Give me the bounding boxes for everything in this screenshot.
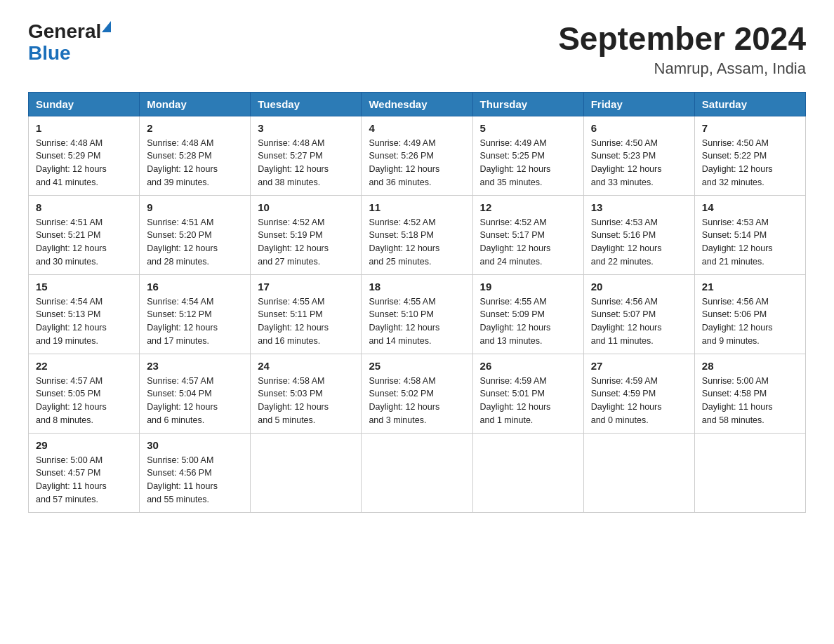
day-number: 18 — [369, 281, 465, 293]
sunrise-text: Sunrise: 4:53 AM — [591, 216, 687, 229]
daylight-text-2: and 8 minutes. — [36, 414, 132, 427]
calendar-cell: 9Sunrise: 4:51 AMSunset: 5:20 PMDaylight… — [140, 195, 251, 274]
daylight-text-1: Daylight: 12 hours — [36, 242, 132, 255]
daylight-text-1: Daylight: 12 hours — [147, 242, 243, 255]
day-number: 23 — [147, 360, 243, 372]
daylight-text-1: Daylight: 12 hours — [258, 242, 354, 255]
daylight-text-1: Daylight: 12 hours — [591, 163, 687, 176]
calendar-cell: 8Sunrise: 4:51 AMSunset: 5:21 PMDaylight… — [29, 195, 140, 274]
day-number: 2 — [147, 122, 243, 134]
day-info: Sunrise: 4:53 AMSunset: 5:16 PMDaylight:… — [591, 216, 687, 269]
sunrise-text: Sunrise: 5:00 AM — [147, 454, 243, 467]
daylight-text-1: Daylight: 12 hours — [369, 401, 465, 414]
sunrise-text: Sunrise: 4:54 AM — [36, 295, 132, 309]
day-info: Sunrise: 4:48 AMSunset: 5:29 PMDaylight:… — [36, 137, 132, 189]
day-number: 25 — [369, 360, 465, 372]
calendar-cell: 19Sunrise: 4:55 AMSunset: 5:09 PMDayligh… — [472, 274, 583, 354]
sunrise-text: Sunrise: 4:58 AM — [369, 375, 465, 388]
calendar-cell: 30Sunrise: 5:00 AMSunset: 4:56 PMDayligh… — [140, 433, 251, 512]
col-header-friday: Friday — [583, 92, 694, 116]
calendar-cell: 14Sunrise: 4:53 AMSunset: 5:14 PMDayligh… — [694, 195, 805, 274]
daylight-text-1: Daylight: 12 hours — [480, 242, 576, 255]
sunrise-text: Sunrise: 4:56 AM — [591, 295, 687, 309]
day-number: 5 — [480, 122, 576, 134]
day-info: Sunrise: 4:51 AMSunset: 5:20 PMDaylight:… — [147, 216, 243, 269]
calendar-week-row: 22Sunrise: 4:57 AMSunset: 5:05 PMDayligh… — [29, 354, 806, 433]
day-number: 12 — [480, 201, 576, 213]
sunset-text: Sunset: 5:04 PM — [147, 387, 243, 401]
daylight-text-2: and 17 minutes. — [147, 335, 243, 348]
daylight-text-2: and 58 minutes. — [702, 414, 798, 427]
daylight-text-2: and 57 minutes. — [36, 493, 132, 507]
daylight-text-1: Daylight: 12 hours — [702, 163, 798, 176]
daylight-text-1: Daylight: 12 hours — [591, 401, 687, 414]
calendar-cell: 12Sunrise: 4:52 AMSunset: 5:17 PMDayligh… — [472, 195, 583, 274]
sunrise-text: Sunrise: 4:51 AM — [36, 216, 132, 229]
daylight-text-2: and 16 minutes. — [258, 335, 354, 348]
day-number: 16 — [147, 281, 243, 293]
daylight-text-1: Daylight: 12 hours — [702, 242, 798, 255]
day-info: Sunrise: 4:57 AMSunset: 5:04 PMDaylight:… — [147, 375, 243, 427]
day-number: 29 — [36, 439, 132, 451]
calendar-week-row: 29Sunrise: 5:00 AMSunset: 4:57 PMDayligh… — [29, 433, 806, 512]
col-header-thursday: Thursday — [472, 92, 583, 116]
daylight-text-2: and 21 minutes. — [702, 255, 798, 269]
day-number: 24 — [258, 360, 354, 372]
calendar-cell — [583, 433, 694, 512]
sunset-text: Sunset: 5:10 PM — [369, 308, 465, 321]
day-info: Sunrise: 5:00 AMSunset: 4:56 PMDaylight:… — [147, 454, 243, 507]
daylight-text-2: and 14 minutes. — [369, 335, 465, 348]
sunset-text: Sunset: 5:05 PM — [36, 387, 132, 401]
daylight-text-2: and 19 minutes. — [36, 335, 132, 348]
daylight-text-1: Daylight: 11 hours — [147, 480, 243, 493]
daylight-text-1: Daylight: 12 hours — [36, 163, 132, 176]
daylight-text-1: Daylight: 12 hours — [369, 163, 465, 176]
calendar-cell: 1Sunrise: 4:48 AMSunset: 5:29 PMDaylight… — [29, 116, 140, 195]
day-info: Sunrise: 5:00 AMSunset: 4:58 PMDaylight:… — [702, 375, 798, 427]
calendar-cell: 5Sunrise: 4:49 AMSunset: 5:25 PMDaylight… — [472, 116, 583, 195]
calendar-cell: 13Sunrise: 4:53 AMSunset: 5:16 PMDayligh… — [583, 195, 694, 274]
sunset-text: Sunset: 5:09 PM — [480, 308, 576, 321]
sunrise-text: Sunrise: 4:52 AM — [369, 216, 465, 229]
calendar-cell: 20Sunrise: 4:56 AMSunset: 5:07 PMDayligh… — [583, 274, 694, 354]
sunset-text: Sunset: 5:26 PM — [369, 149, 465, 163]
daylight-text-1: Daylight: 12 hours — [702, 321, 798, 335]
calendar-cell: 10Sunrise: 4:52 AMSunset: 5:19 PMDayligh… — [251, 195, 362, 274]
calendar-cell — [362, 433, 472, 512]
day-info: Sunrise: 4:53 AMSunset: 5:14 PMDaylight:… — [702, 216, 798, 269]
col-header-sunday: Sunday — [29, 92, 140, 116]
calendar-week-row: 1Sunrise: 4:48 AMSunset: 5:29 PMDaylight… — [29, 116, 806, 195]
daylight-text-1: Daylight: 12 hours — [480, 401, 576, 414]
sunset-text: Sunset: 5:11 PM — [258, 308, 354, 321]
calendar-cell: 21Sunrise: 4:56 AMSunset: 5:06 PMDayligh… — [694, 274, 805, 354]
daylight-text-2: and 30 minutes. — [36, 255, 132, 269]
day-info: Sunrise: 4:56 AMSunset: 5:06 PMDaylight:… — [702, 295, 798, 348]
sunset-text: Sunset: 5:20 PM — [147, 229, 243, 242]
daylight-text-2: and 55 minutes. — [147, 493, 243, 507]
daylight-text-1: Daylight: 12 hours — [258, 163, 354, 176]
sunset-text: Sunset: 5:23 PM — [591, 149, 687, 163]
day-number: 4 — [369, 122, 465, 134]
day-info: Sunrise: 4:52 AMSunset: 5:17 PMDaylight:… — [480, 216, 576, 269]
daylight-text-1: Daylight: 12 hours — [258, 321, 354, 335]
sunset-text: Sunset: 5:14 PM — [702, 229, 798, 242]
daylight-text-2: and 35 minutes. — [480, 176, 576, 189]
sunset-text: Sunset: 5:07 PM — [591, 308, 687, 321]
calendar-cell: 16Sunrise: 4:54 AMSunset: 5:12 PMDayligh… — [140, 274, 251, 354]
day-info: Sunrise: 4:49 AMSunset: 5:25 PMDaylight:… — [480, 137, 576, 189]
day-info: Sunrise: 4:54 AMSunset: 5:12 PMDaylight:… — [147, 295, 243, 348]
calendar-cell: 2Sunrise: 4:48 AMSunset: 5:28 PMDaylight… — [140, 116, 251, 195]
daylight-text-1: Daylight: 12 hours — [369, 321, 465, 335]
daylight-text-2: and 39 minutes. — [147, 176, 243, 189]
day-number: 28 — [702, 360, 798, 372]
sunrise-text: Sunrise: 4:48 AM — [147, 137, 243, 150]
sunset-text: Sunset: 4:56 PM — [147, 467, 243, 480]
daylight-text-2: and 41 minutes. — [36, 176, 132, 189]
day-number: 6 — [591, 122, 687, 134]
sunset-text: Sunset: 5:25 PM — [480, 149, 576, 163]
sunrise-text: Sunrise: 4:55 AM — [480, 295, 576, 309]
day-number: 3 — [258, 122, 354, 134]
sunrise-text: Sunrise: 4:48 AM — [36, 137, 132, 150]
sunrise-text: Sunrise: 4:55 AM — [369, 295, 465, 309]
daylight-text-2: and 27 minutes. — [258, 255, 354, 269]
